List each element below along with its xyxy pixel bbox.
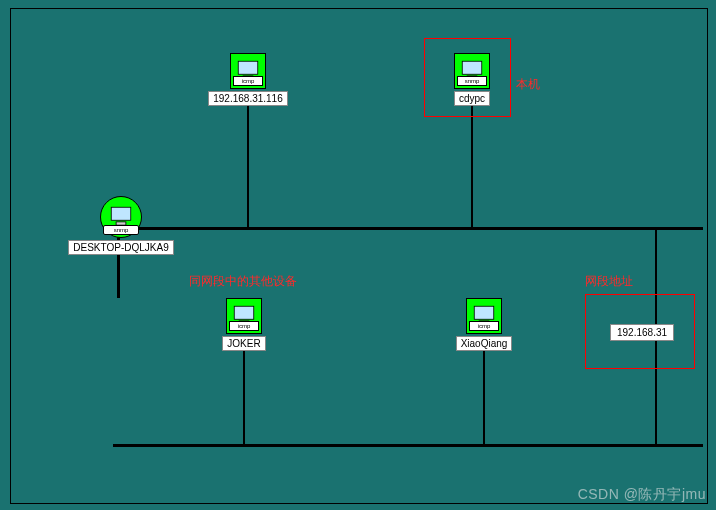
proto-badge: icmp <box>233 76 263 86</box>
bus-lower <box>113 444 703 447</box>
node-xiaoqiang[interactable]: icmp XiaoQiang <box>444 298 524 351</box>
topology-canvas: icmp 192.168.31.116 snmp cdypc snmp DESK… <box>10 8 708 504</box>
node-label: DESKTOP-DQLJKA9 <box>68 240 173 255</box>
computer-icon: icmp <box>466 298 502 334</box>
link-n3 <box>243 349 245 445</box>
bus-upper <box>119 227 703 230</box>
svg-rect-0 <box>238 61 258 74</box>
node-label: JOKER <box>222 336 265 351</box>
svg-rect-6 <box>111 207 131 220</box>
link-n1 <box>247 104 249 228</box>
node-19216831116[interactable]: icmp 192.168.31.116 <box>208 53 288 106</box>
segment-chip[interactable]: 192.168.31 <box>610 324 674 341</box>
proto-badge: snmp <box>103 225 139 235</box>
computer-icon: snmp <box>100 196 142 238</box>
annotation-local: 本机 <box>516 76 540 93</box>
highlight-local <box>424 38 511 117</box>
proto-badge: icmp <box>469 321 499 331</box>
link-n2 <box>471 104 473 228</box>
computer-icon: icmp <box>226 298 262 334</box>
svg-rect-12 <box>474 306 494 319</box>
node-joker[interactable]: icmp JOKER <box>204 298 284 351</box>
proto-badge: icmp <box>229 321 259 331</box>
link-n4 <box>483 349 485 445</box>
watermark: CSDN @陈丹宇jmu <box>578 486 706 504</box>
annotation-other-devices: 同网段中的其他设备 <box>189 273 297 290</box>
node-label: 192.168.31.116 <box>208 91 288 106</box>
annotation-segment: 网段地址 <box>585 273 633 290</box>
node-label: XiaoQiang <box>456 336 513 351</box>
svg-rect-9 <box>234 306 254 319</box>
computer-icon: icmp <box>230 53 266 89</box>
node-root[interactable]: snmp DESKTOP-DQLJKA9 <box>66 196 176 255</box>
